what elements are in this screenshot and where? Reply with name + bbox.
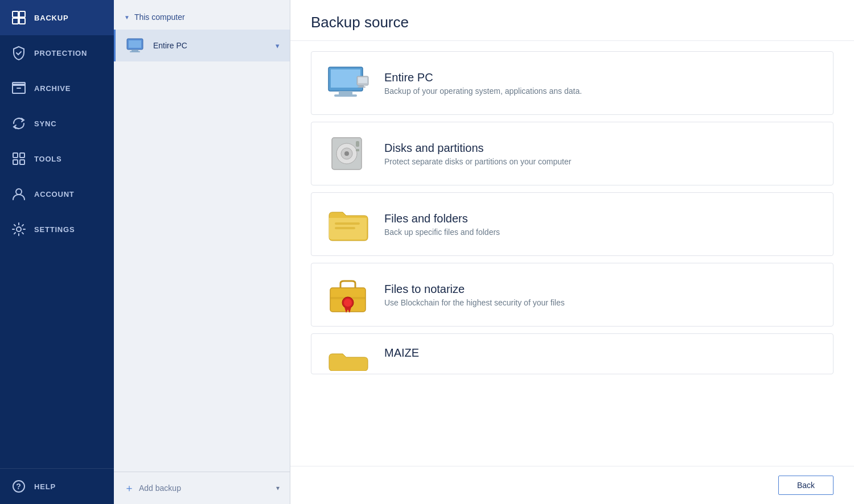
- tools-icon: [11, 151, 26, 166]
- svg-rect-2: [13, 18, 18, 24]
- page-title: Backup source: [290, 0, 854, 41]
- svg-rect-9: [13, 153, 18, 158]
- svg-point-40: [344, 299, 352, 307]
- option-files-folders[interactable]: Files and folders Back up specific files…: [311, 192, 834, 256]
- entire-pc-title: Entire PC: [384, 71, 582, 84]
- files-folders-text: Files and folders Back up specific files…: [384, 212, 500, 237]
- svg-rect-0: [13, 11, 18, 17]
- svg-rect-20: [130, 51, 140, 52]
- nav-item-tools[interactable]: TOOLS: [0, 141, 114, 176]
- nav-label-sync: SYNC: [34, 119, 56, 128]
- svg-rect-33: [356, 141, 359, 147]
- source-item-chevron-icon: ▾: [276, 42, 280, 50]
- nav-item-account[interactable]: ACCOUNT: [0, 176, 114, 212]
- maize-title: MAIZE: [384, 346, 419, 360]
- sync-icon: [11, 116, 26, 131]
- maize-icon: [325, 334, 371, 374]
- files-folders-title: Files and folders: [384, 212, 500, 225]
- option-files-notarize[interactable]: Files to notarize Use Blockchain for the…: [311, 263, 834, 327]
- files-notarize-title: Files to notarize: [384, 283, 565, 296]
- option-entire-pc[interactable]: Entire PC Backup of your operating syste…: [311, 51, 834, 115]
- nav-bottom: ? HELP: [0, 468, 114, 504]
- nav-item-sync[interactable]: SYNC: [0, 106, 114, 141]
- options-list: Entire PC Backup of your operating syste…: [290, 41, 854, 466]
- collapse-arrow-icon[interactable]: ▼: [124, 14, 130, 20]
- disks-desc: Protect separate disks or partitions on …: [384, 157, 571, 166]
- svg-rect-23: [339, 91, 352, 94]
- option-maize[interactable]: MAIZE: [311, 333, 834, 374]
- svg-rect-26: [358, 77, 367, 83]
- svg-rect-3: [19, 18, 25, 24]
- help-icon: ?: [11, 479, 26, 494]
- nav-item-protection[interactable]: PROTECTION: [0, 35, 114, 71]
- nav-label-archive: ARCHIVE: [34, 84, 71, 93]
- svg-point-32: [344, 151, 349, 156]
- svg-rect-1: [19, 11, 25, 17]
- account-icon: [11, 187, 26, 201]
- svg-point-14: [17, 227, 21, 232]
- svg-point-13: [16, 189, 22, 195]
- nav-item-help[interactable]: ? HELP: [0, 469, 114, 504]
- svg-rect-28: [358, 86, 366, 88]
- nav-item-settings[interactable]: SETTINGS: [0, 212, 114, 247]
- source-header: ▼ This computer: [114, 0, 290, 30]
- folder-icon: [325, 204, 371, 244]
- briefcase-icon: [325, 275, 371, 315]
- disks-title: Disks and partitions: [384, 142, 571, 155]
- disk-icon: [325, 134, 371, 173]
- maize-text: MAIZE: [384, 346, 419, 362]
- svg-rect-27: [359, 85, 364, 86]
- entire-pc-text: Entire PC Backup of your operating syste…: [384, 71, 582, 96]
- disks-text: Disks and partitions Protect separate di…: [384, 142, 571, 166]
- svg-rect-35: [335, 222, 360, 225]
- svg-text:?: ?: [16, 482, 21, 491]
- entire-pc-icon: [325, 63, 371, 103]
- nav-label-backup: BACKUP: [34, 14, 68, 22]
- nav-label-help: HELP: [34, 482, 56, 491]
- monitor-small-icon: [126, 38, 146, 53]
- files-notarize-desc: Use Blockchain for the highest security …: [384, 298, 565, 307]
- archive-icon: [11, 81, 26, 96]
- nav-sidebar: BACKUP PROTECTION ARCHIVE: [0, 0, 114, 504]
- add-icon: ＋: [124, 481, 134, 495]
- nav-item-archive[interactable]: ARCHIVE: [0, 71, 114, 106]
- source-item-label: Entire PC: [153, 41, 269, 50]
- nav-label-account: ACCOUNT: [34, 190, 75, 199]
- add-backup-chevron-icon: ▾: [276, 484, 280, 492]
- source-panel: ▼ This computer Entire PC ▾ ＋ Add backup…: [114, 0, 290, 504]
- svg-rect-34: [356, 149, 359, 151]
- source-header-label: This computer: [134, 13, 185, 22]
- svg-rect-22: [331, 69, 360, 88]
- nav-item-backup[interactable]: BACKUP: [0, 0, 114, 35]
- svg-rect-10: [20, 153, 24, 158]
- files-folders-desc: Back up specific files and folders: [384, 228, 500, 237]
- main-footer: Back: [290, 466, 854, 504]
- source-item-entire-pc[interactable]: Entire PC ▾: [114, 30, 290, 61]
- option-disks-partitions[interactable]: Disks and partitions Protect separate di…: [311, 122, 834, 185]
- settings-icon: [11, 222, 26, 237]
- svg-rect-11: [13, 160, 18, 164]
- svg-rect-19: [132, 49, 138, 51]
- files-notarize-text: Files to notarize Use Blockchain for the…: [384, 283, 565, 307]
- svg-rect-24: [334, 94, 357, 97]
- protection-icon: [11, 46, 26, 60]
- add-backup-label: Add backup: [139, 484, 181, 493]
- svg-rect-18: [129, 40, 141, 48]
- add-backup-footer[interactable]: ＋ Add backup ▾: [114, 472, 290, 504]
- nav-label-settings: SETTINGS: [34, 225, 75, 234]
- svg-rect-12: [20, 160, 24, 164]
- nav-label-tools: TOOLS: [34, 155, 62, 163]
- backup-icon: [11, 10, 26, 25]
- back-button[interactable]: Back: [778, 476, 834, 495]
- main-content: Backup source Entire PC Backup: [290, 0, 854, 504]
- nav-label-protection: PROTECTION: [34, 49, 87, 57]
- svg-rect-36: [335, 227, 355, 229]
- entire-pc-desc: Backup of your operating system, applica…: [384, 86, 582, 96]
